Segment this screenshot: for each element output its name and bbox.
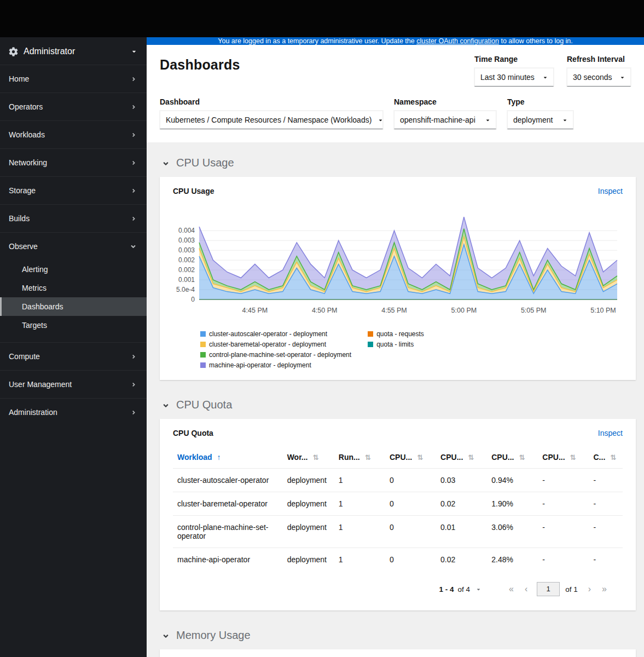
legend-swatch	[200, 362, 206, 368]
sidebar-item-targets[interactable]: Targets	[0, 316, 147, 335]
chevron-down-icon	[162, 402, 170, 410]
sortable-icon: ⇅	[417, 453, 423, 462]
table-cell: 0.03	[436, 469, 487, 492]
legend-item: quota - requests	[368, 330, 424, 338]
current-page-input[interactable]: 1	[537, 582, 560, 596]
sidebar-item-dashboards[interactable]: Dashboards	[0, 297, 147, 316]
table-cell: 0	[385, 548, 436, 572]
column-header-5[interactable]: CPU...⇅	[487, 446, 538, 469]
oauth-configuration-link[interactable]: cluster OAuth configuration	[416, 37, 499, 45]
table-row: machine-api-operatordeployment100.022.48…	[173, 548, 623, 572]
cpu-usage-card: CPU Usage Inspect 05.0e-40.0010.0020.002…	[160, 177, 636, 380]
sidebar-item-administration[interactable]: Administration	[0, 398, 147, 426]
pagination-menu-toggle[interactable]: 1 - 4 of 4	[439, 585, 481, 593]
svg-text:0.001: 0.001	[178, 276, 195, 284]
section-title: Memory Usage	[176, 629, 251, 642]
cpu-usage-section-toggle[interactable]: CPU Usage	[162, 157, 636, 169]
pagination-range: 1 - 4	[439, 585, 454, 593]
table-row: cluster-autoscaler-operatordeployment100…	[173, 469, 623, 492]
chart-legend: cluster-autoscaler-operator - deployment…	[160, 325, 636, 380]
previous-page-button[interactable]: ‹	[520, 583, 532, 595]
column-header-0[interactable]: Workload↑	[173, 446, 283, 469]
banner-text: You are logged in as a temporary adminis…	[218, 37, 416, 45]
sidebar-item-networking[interactable]: Networking	[0, 148, 147, 176]
last-page-button[interactable]: »	[597, 583, 612, 595]
memory-usage-section-toggle[interactable]: Memory Usage	[162, 629, 636, 642]
column-header-4[interactable]: CPU...⇅	[436, 446, 487, 469]
table-cell: -	[589, 469, 623, 492]
legend-item: cluster-baremetal-operator - deployment	[200, 341, 351, 348]
page-header: Dashboards Time Range Last 30 minutes Re…	[147, 45, 644, 142]
sidebar-item-builds[interactable]: Builds	[0, 204, 147, 232]
table-cell: 1	[334, 492, 385, 516]
sidebar: Administrator HomeOperatorsWorkloadsNetw…	[0, 37, 147, 657]
column-label: CPU...	[491, 453, 514, 462]
inspect-link[interactable]: Inspect	[598, 429, 623, 437]
chevron-right-icon	[131, 216, 137, 222]
svg-text:0.004: 0.004	[178, 227, 195, 234]
inspect-link[interactable]: Inspect	[598, 187, 623, 195]
type-select[interactable]: deployment	[507, 111, 573, 129]
dashboard-label: Dashboard	[160, 97, 383, 106]
svg-text:0.003: 0.003	[178, 237, 195, 244]
table-cell: -	[538, 469, 589, 492]
sidebar-item-label: Builds	[9, 214, 30, 223]
table-row: control-plane-machine-set-operatordeploy…	[173, 516, 623, 548]
svg-text:5.0e-4: 5.0e-4	[176, 286, 195, 293]
perspective-label: Administrator	[24, 47, 75, 56]
sidebar-item-observe[interactable]: Observe	[0, 232, 147, 260]
chevron-right-icon	[131, 76, 137, 82]
dashboard-select[interactable]: Kubernetes / Compute Resources / Namespa…	[160, 111, 383, 129]
table-cell: 0.94%	[487, 469, 538, 492]
namespace-select[interactable]: openshift-machine-api	[394, 111, 496, 129]
time-range-label: Time Range	[474, 55, 554, 64]
sidebar-item-label: Home	[9, 74, 29, 83]
page-count-label: of 1	[565, 585, 578, 593]
legend-label: machine-api-operator - deployment	[209, 361, 311, 369]
refresh-interval-select[interactable]: 30 seconds	[567, 68, 631, 87]
table-cell: 0.02	[436, 548, 487, 572]
svg-text:5:05 PM: 5:05 PM	[521, 307, 547, 314]
legend-label: cluster-autoscaler-operator - deployment	[209, 330, 327, 338]
sortable-icon: ⇅	[312, 453, 318, 462]
cpu-quota-section-toggle[interactable]: CPU Quota	[162, 399, 636, 411]
column-header-7[interactable]: C...⇅	[589, 446, 623, 469]
sidebar-item-metrics[interactable]: Metrics	[0, 279, 147, 297]
perspective-switcher[interactable]: Administrator	[0, 37, 147, 65]
sidebar-item-workloads[interactable]: Workloads	[0, 120, 147, 148]
column-header-1[interactable]: Wor...⇅	[283, 446, 334, 469]
sidebar-item-storage[interactable]: Storage	[0, 176, 147, 204]
section-title: CPU Quota	[176, 399, 232, 411]
first-page-button[interactable]: «	[504, 583, 519, 595]
column-header-6[interactable]: CPU...⇅	[538, 446, 589, 469]
sidebar-item-user-management[interactable]: User Management	[0, 370, 147, 398]
table-cell: 1	[334, 469, 385, 492]
pagination-total: of 4	[457, 585, 470, 593]
table-cell: -	[589, 516, 623, 548]
table-cell: deployment	[283, 492, 334, 516]
sortable-icon: ⇅	[519, 453, 525, 462]
table-cell: deployment	[283, 548, 334, 572]
section-title: CPU Usage	[176, 157, 234, 169]
pagination: 1 - 4 of 4 « ‹ 1 of 1 › »	[160, 571, 636, 610]
table-cell: -	[538, 492, 589, 516]
sort-ascending-icon: ↑	[217, 453, 221, 462]
legend-item: machine-api-operator - deployment	[200, 361, 351, 369]
column-label: Workload	[177, 453, 212, 462]
sidebar-item-alerting[interactable]: Alerting	[0, 260, 147, 279]
column-header-2[interactable]: Run...⇅	[334, 446, 385, 469]
next-page-button[interactable]: ›	[583, 583, 596, 595]
chevron-right-icon	[131, 188, 137, 194]
sidebar-item-operators[interactable]: Operators	[0, 93, 147, 120]
time-range-select[interactable]: Last 30 minutes	[474, 68, 554, 87]
chevron-right-icon	[131, 132, 137, 138]
sidebar-item-home[interactable]: Home	[0, 65, 147, 93]
sortable-icon: ⇅	[610, 453, 616, 462]
sidebar-item-label: Networking	[9, 158, 47, 167]
caret-down-icon	[476, 587, 481, 592]
table-cell: 1	[334, 548, 385, 572]
caret-down-icon	[620, 75, 625, 80]
cpu-quota-card: CPU Quota Inspect Workload↑Wor...⇅Run...…	[160, 419, 636, 610]
column-header-3[interactable]: CPU...⇅	[385, 446, 436, 469]
sidebar-item-compute[interactable]: Compute	[0, 342, 147, 370]
